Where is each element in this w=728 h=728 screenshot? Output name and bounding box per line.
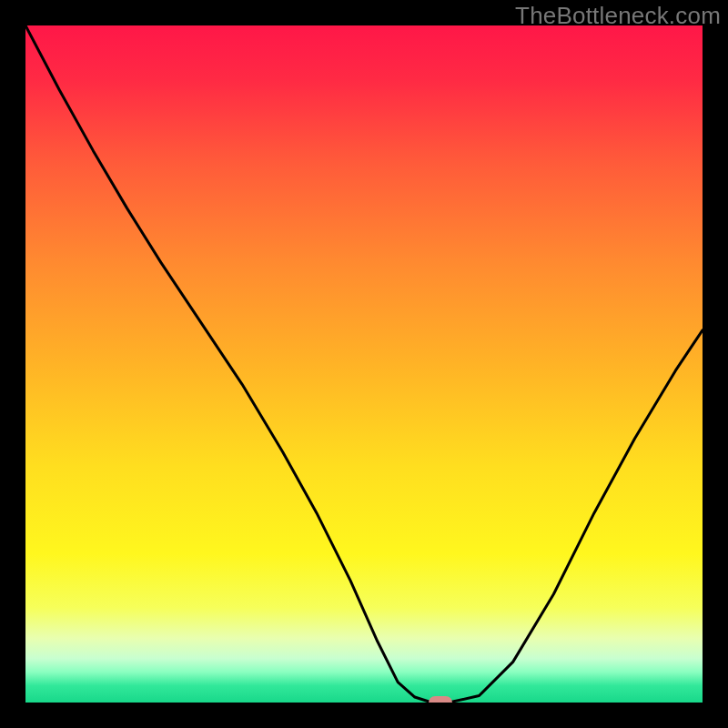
chart-container: TheBottleneck.com bbox=[0, 0, 728, 728]
curve-layer bbox=[25, 25, 703, 703]
bottleneck-curve bbox=[25, 25, 703, 703]
plot-area bbox=[25, 25, 703, 703]
optimal-marker bbox=[429, 696, 452, 703]
